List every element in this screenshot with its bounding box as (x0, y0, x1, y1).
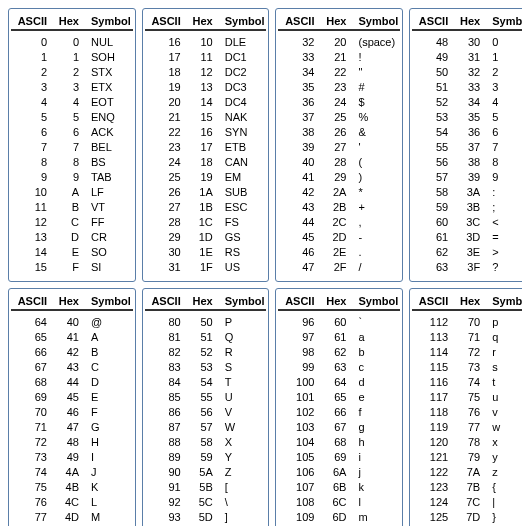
cell-symbol: } (484, 510, 522, 525)
cell-ascii: 80 (147, 315, 185, 330)
table-row: 3422" (278, 65, 400, 80)
cell-symbol: F (83, 405, 131, 420)
table-row: 1096Dm (278, 510, 400, 525)
panel-header: ASCIIHexSymbol (11, 295, 133, 311)
table-row: 8252R (145, 345, 267, 360)
table-row: 11SOH (11, 50, 133, 65)
cell-ascii: 101 (280, 390, 318, 405)
cell-ascii: 43 (280, 200, 318, 215)
cell-hex: 2 (51, 65, 83, 80)
cell-hex: 3D (452, 230, 484, 245)
table-row: 3523# (278, 80, 400, 95)
table-row: 66ACK (11, 125, 133, 140)
table-row: 53355 (412, 110, 522, 125)
grid-row: ASCIIHexSymbol00NUL11SOH22STX33ETX44EOT5… (8, 8, 514, 282)
cell-ascii: 109 (280, 510, 318, 525)
cell-hex: B (51, 200, 83, 215)
cell-hex: 77 (452, 420, 484, 435)
cell-hex: 3B (452, 200, 484, 215)
cell-ascii: 19 (147, 80, 185, 95)
table-row: 1227Az (412, 465, 522, 480)
table-row: 10ALF (11, 185, 133, 200)
cell-ascii: 16 (147, 35, 185, 50)
table-row: 291DGS (145, 230, 267, 245)
cell-symbol: ` (350, 315, 398, 330)
cell-ascii: 81 (147, 330, 185, 345)
cell-symbol: ] (217, 510, 265, 525)
cell-hex: 42 (51, 345, 83, 360)
cell-ascii: 3 (13, 80, 51, 95)
cell-symbol: DC1 (217, 50, 265, 65)
cell-symbol: p (484, 315, 522, 330)
table-row: 11775u (412, 390, 522, 405)
cell-symbol: ; (484, 200, 522, 215)
cell-ascii: 56 (414, 155, 452, 170)
table-row: 3321! (278, 50, 400, 65)
cell-symbol: ACK (83, 125, 131, 140)
header-ascii: ASCII (147, 15, 185, 27)
cell-hex: 6 (51, 125, 83, 140)
cell-ascii: 14 (13, 245, 51, 260)
cell-ascii: 49 (414, 50, 452, 65)
cell-hex: 6C (318, 495, 350, 510)
table-row: 6440@ (11, 315, 133, 330)
cell-symbol: A (83, 330, 131, 345)
cell-symbol: Z (217, 465, 265, 480)
cell-ascii: 73 (13, 450, 51, 465)
header-ascii: ASCII (280, 15, 318, 27)
cell-hex: 68 (318, 435, 350, 450)
ascii-panel: ASCIIHexSymbol6440@6541A6642B6743C6844D6… (8, 288, 136, 526)
cell-hex: 7D (452, 510, 484, 525)
cell-hex: 1B (185, 200, 217, 215)
cell-symbol: a (350, 330, 398, 345)
cell-symbol: q (484, 330, 522, 345)
cell-hex: 15 (185, 110, 217, 125)
cell-ascii: 91 (147, 480, 185, 495)
cell-hex: 32 (452, 65, 484, 80)
cell-ascii: 5 (13, 110, 51, 125)
cell-symbol: 7 (484, 140, 522, 155)
cell-symbol: T (217, 375, 265, 390)
table-row: 11BVT (11, 200, 133, 215)
table-row: 2418CAN (145, 155, 267, 170)
cell-ascii: 86 (147, 405, 185, 420)
cell-hex: D (51, 230, 83, 245)
cell-symbol: / (350, 260, 398, 275)
cell-hex: 19 (185, 170, 217, 185)
cell-symbol: W (217, 420, 265, 435)
header-symbol: Symbol (83, 295, 131, 307)
cell-hex: 65 (318, 390, 350, 405)
table-row: 452D- (278, 230, 400, 245)
table-row: 764CL (11, 495, 133, 510)
cell-hex: 4A (51, 465, 83, 480)
cell-ascii: 74 (13, 465, 51, 480)
cell-hex: 47 (51, 420, 83, 435)
ascii-panel: ASCIIHexSymbol48300493115032251333523445… (409, 8, 522, 282)
cell-ascii: 88 (147, 435, 185, 450)
cell-hex: 63 (318, 360, 350, 375)
table-row: 3927' (278, 140, 400, 155)
cell-ascii: 26 (147, 185, 185, 200)
cell-hex: 37 (452, 140, 484, 155)
cell-symbol: H (83, 435, 131, 450)
cell-hex: 69 (318, 450, 350, 465)
cell-hex: 43 (51, 360, 83, 375)
cell-symbol: & (350, 125, 398, 140)
cell-hex: 72 (452, 345, 484, 360)
panel-header: ASCIIHexSymbol (11, 15, 133, 31)
table-row: 593B; (412, 200, 522, 215)
cell-hex: 62 (318, 345, 350, 360)
cell-symbol: y (484, 450, 522, 465)
cell-ascii: 118 (414, 405, 452, 420)
table-row: 8959Y (145, 450, 267, 465)
table-row: 99TAB (11, 170, 133, 185)
table-row: 1247C| (412, 495, 522, 510)
cell-symbol: : (484, 185, 522, 200)
cell-hex: F (51, 260, 83, 275)
cell-hex: 50 (185, 315, 217, 330)
table-row: 1066Aj (278, 465, 400, 480)
cell-symbol: > (484, 245, 522, 260)
cell-ascii: 66 (13, 345, 51, 360)
table-row: 9862b (278, 345, 400, 360)
cell-symbol: 3 (484, 80, 522, 95)
